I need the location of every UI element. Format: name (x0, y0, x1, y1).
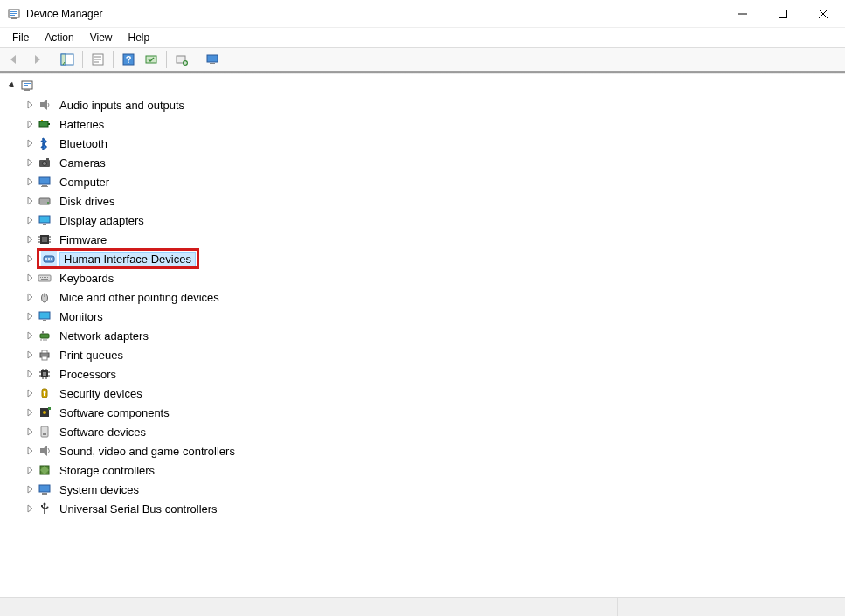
tree-item-label: Universal Serial Bus controllers (56, 502, 221, 516)
toolbar-remote-button[interactable] (202, 49, 223, 70)
device-tree[interactable]: Audio inputs and outputsBatteriesBluetoo… (0, 74, 845, 597)
tree-item[interactable]: Disk drives (23, 191, 845, 211)
tree-item-label: Mice and other pointing devices (56, 291, 223, 304)
tree-item-label: Software components (56, 406, 173, 419)
minimize-button[interactable] (723, 1, 763, 27)
tree-item-label: Sound, video and game controllers (56, 445, 239, 458)
expander-closed-icon[interactable] (23, 350, 37, 359)
tree-item[interactable]: Bluetooth (23, 134, 845, 153)
toolbar-forward-button[interactable] (26, 49, 47, 70)
cpu-icon (37, 366, 52, 382)
tree-item[interactable]: Security devices (23, 384, 845, 403)
statusbar (0, 597, 845, 616)
tree-item[interactable]: Storage controllers (23, 460, 845, 480)
window-title: Device Manager (26, 8, 723, 20)
status-cell (0, 598, 618, 616)
toolbar-help-button[interactable]: ? (118, 49, 139, 70)
software-dev-icon (37, 424, 52, 440)
tree-item[interactable]: Mice and other pointing devices (23, 287, 845, 307)
tree-item-label: Keyboards (56, 272, 117, 285)
close-button[interactable] (803, 1, 843, 27)
tree-item[interactable]: Sound, video and game controllers (23, 441, 845, 460)
tree-item[interactable]: Software devices (23, 422, 845, 441)
tree-item[interactable]: Human Interface Devices (23, 249, 845, 268)
toolbar-console-tree-button[interactable] (57, 49, 78, 70)
speaker-icon (37, 97, 52, 113)
expander-closed-icon[interactable] (23, 158, 37, 167)
expander-closed-icon[interactable] (23, 389, 37, 398)
expander-closed-icon[interactable] (23, 312, 37, 321)
expander-closed-icon[interactable] (23, 254, 37, 263)
keyboard-icon (37, 270, 52, 286)
expander-closed-icon[interactable] (23, 100, 37, 109)
expander-open-icon[interactable] (5, 81, 19, 90)
tree-item-label: Processors (56, 368, 120, 381)
expander-closed-icon[interactable] (23, 427, 37, 436)
expander-closed-icon[interactable] (23, 408, 37, 417)
tree-item[interactable]: Print queues (23, 345, 845, 364)
tree-item[interactable]: Batteries (23, 114, 845, 134)
expander-closed-icon[interactable] (23, 216, 37, 225)
tree-item[interactable]: System devices (23, 480, 845, 499)
menu-action[interactable]: Action (38, 30, 80, 45)
expander-closed-icon[interactable] (23, 177, 37, 186)
menu-view[interactable]: View (83, 30, 120, 45)
svg-rect-26 (24, 83, 31, 84)
tree-root-node[interactable] (5, 76, 845, 95)
computer-root-icon (19, 78, 35, 93)
menubar: File Action View Help (0, 28, 845, 47)
toolbar-scan-button[interactable] (141, 49, 162, 70)
tree-item-label: Display adapters (56, 214, 148, 227)
tree-item[interactable]: Software components (23, 403, 845, 422)
expander-closed-icon[interactable] (23, 446, 37, 455)
tree-item-label: System devices (56, 483, 142, 496)
expander-closed-icon[interactable] (23, 485, 37, 494)
tree-item[interactable]: Monitors (23, 307, 845, 326)
tree-item-label: Firmware (56, 233, 110, 246)
maximize-button[interactable] (763, 1, 803, 27)
svg-rect-25 (24, 89, 30, 91)
expander-closed-icon[interactable] (23, 466, 37, 474)
expander-closed-icon[interactable] (23, 331, 37, 340)
app-icon (7, 7, 21, 21)
toolbar-separator (197, 51, 197, 68)
tree-item[interactable]: Network adapters (23, 326, 845, 345)
tree-item[interactable]: Cameras (23, 153, 845, 172)
tree-item-label: Security devices (56, 387, 146, 400)
tree-item[interactable]: Universal Serial Bus controllers (23, 499, 845, 518)
toolbar-back-button[interactable] (3, 49, 24, 70)
mouse-icon (37, 289, 52, 305)
expander-closed-icon[interactable] (23, 120, 37, 128)
tree-item[interactable]: Audio inputs and outputs (23, 95, 845, 114)
tree-item[interactable]: Firmware (23, 230, 845, 249)
svg-rect-3 (10, 15, 15, 16)
tree-item[interactable]: Keyboards (23, 268, 845, 287)
svg-rect-23 (210, 63, 215, 64)
svg-rect-22 (207, 55, 218, 62)
tree-item[interactable]: Display adapters (23, 211, 845, 230)
expander-closed-icon[interactable] (23, 504, 37, 513)
expander-closed-icon[interactable] (23, 273, 37, 282)
expander-closed-icon[interactable] (23, 197, 37, 205)
menu-help[interactable]: Help (121, 30, 157, 45)
bluetooth-icon (37, 135, 52, 151)
computer-icon (37, 174, 52, 190)
menu-file[interactable]: File (5, 30, 36, 45)
tree-item-label: Cameras (56, 156, 109, 170)
expander-closed-icon[interactable] (23, 370, 37, 378)
tree-item-label: Monitors (56, 310, 107, 323)
toolbar-properties-button[interactable] (87, 49, 108, 70)
camera-icon (37, 155, 52, 170)
svg-rect-10 (61, 54, 66, 65)
expander-closed-icon[interactable] (23, 139, 37, 148)
tree-item[interactable]: Processors (23, 364, 845, 384)
tree-item-label: Batteries (56, 118, 107, 131)
tree-item[interactable]: Computer (23, 172, 845, 191)
expander-closed-icon[interactable] (23, 293, 37, 301)
svg-rect-1 (10, 11, 17, 12)
expander-closed-icon[interactable] (23, 235, 37, 244)
hid-icon (41, 251, 57, 266)
tree-item-label: Human Interface Devices (60, 253, 195, 266)
security-icon (37, 385, 52, 401)
toolbar-add-legacy-button[interactable] (171, 49, 192, 70)
